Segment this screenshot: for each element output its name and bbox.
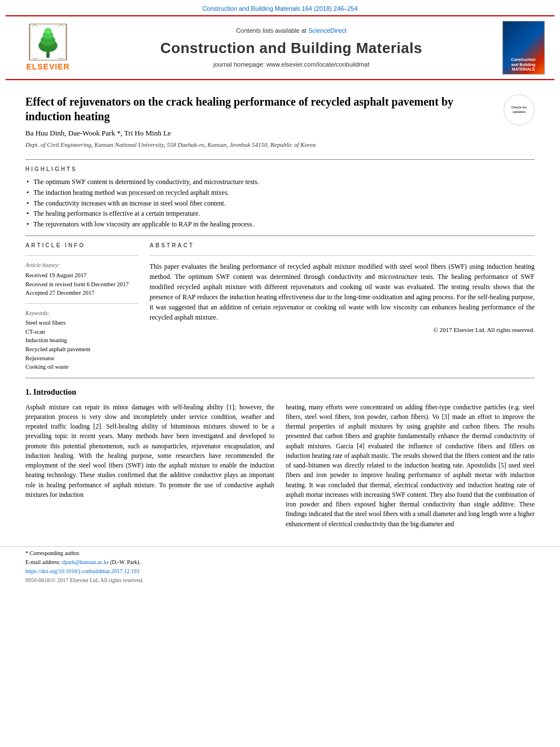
accepted-date: Accepted 27 December 2017 <box>25 289 138 298</box>
journal-citation: Construction and Building Materials 164 … <box>202 5 357 12</box>
cover-text: Construction and Building MATERIALS <box>511 58 536 72</box>
email-note: E-mail address: dpark@kunsan.ac.kr (D.-W… <box>25 558 535 566</box>
keywords-section: Keywords: Steel wool fibers CT-scan Indu… <box>25 309 138 372</box>
keywords-divider <box>25 303 138 304</box>
article-info-abstract-section: ARTICLE INFO Article history: Received 1… <box>25 242 535 372</box>
elsevier-tree-icon <box>28 24 68 60</box>
elsevier-logo: ELSEVIER <box>26 24 69 73</box>
corresponding-label: * Corresponding author. <box>25 550 80 556</box>
keywords-label: Keywords: <box>25 309 138 317</box>
svg-point-4 <box>45 28 52 34</box>
abstract-divider <box>150 255 535 256</box>
article-title-area: Effect of rejuvenators on the crack heal… <box>25 94 495 154</box>
doi-line: https://doi.org/10.1016/j.conbuildmat.20… <box>25 567 535 575</box>
keyword-6: Cooking oil waste <box>25 363 138 372</box>
check-for-updates-badge: Check for updates <box>504 94 535 125</box>
science-direct-link[interactable]: ScienceDirect <box>308 27 347 34</box>
received-date: Received 19 August 2017 <box>25 272 138 280</box>
science-direct-line: Contents lists available at ScienceDirec… <box>236 27 347 35</box>
journal-title: Construction and Building Materials <box>160 38 422 58</box>
keyword-5: Rejuvenator <box>25 355 138 363</box>
highlight-item-3: The conductivity increases with an incre… <box>25 198 535 209</box>
highlight-item-5: The rejuvenators with low viscosity are … <box>25 219 535 230</box>
keyword-4: Recycled asphalt pavement <box>25 346 138 354</box>
revised-date: Received in revised form 6 December 2017 <box>25 281 138 289</box>
journal-info-center: Contents lists available at ScienceDirec… <box>85 21 498 75</box>
highlight-item-4: The healing performance is effective at … <box>25 208 535 219</box>
intro-left-col: Asphalt mixture can repair its minor dam… <box>25 403 274 529</box>
abstract-label: ABSTRACT <box>150 242 535 250</box>
author-affiliation: Dept. of Civil Engineering, Kunsan Natio… <box>25 141 495 149</box>
highlights-divider <box>25 235 535 236</box>
issn-rights: 0950-0618/© 2017 Elsevier Ltd. All right… <box>25 576 535 584</box>
elsevier-brand-label: ELSEVIER <box>26 62 69 73</box>
homepage-prefix: journal homepage: www.elsevier.com/locat… <box>213 61 369 68</box>
intro-right-text: heating, many efforts were concentrated … <box>286 403 535 529</box>
abstract-text: This paper evaluates the healing perform… <box>150 261 535 322</box>
abstract-rights: © 2017 Elsevier Ltd. All rights reserved… <box>150 326 535 334</box>
page-footer: * Corresponding author. E-mail address: … <box>0 546 560 584</box>
keyword-3: Induction heating <box>25 337 138 345</box>
journal-header: ELSEVIER Contents lists available at Sci… <box>6 15 554 80</box>
highlights-list: The optimum SWF content is determined by… <box>25 177 535 230</box>
author-email-link[interactable]: dpark@kunsan.ac.kr <box>62 559 109 565</box>
highlight-item-1: The optimum SWF content is determined by… <box>25 177 535 187</box>
article-info-divider <box>25 255 138 256</box>
abstract-col: ABSTRACT This paper evaluates the healin… <box>150 242 535 372</box>
intro-right-col: heating, many efforts were concentrated … <box>286 403 535 529</box>
journal-cover-thumbnail: Construction and Building MATERIALS <box>502 21 545 75</box>
title-divider <box>25 159 535 160</box>
introduction-section: 1. Introduction Asphalt mixture can repa… <box>25 387 535 529</box>
highlights-section: HIGHLIGHTS The optimum SWF content is de… <box>25 165 535 230</box>
contents-available-label: Contents lists available at <box>236 27 307 34</box>
article-title: Effect of rejuvenators on the crack heal… <box>25 94 495 124</box>
abstract-section-divider <box>25 378 535 378</box>
intro-section-title: 1. Introduction <box>25 387 535 398</box>
highlights-label: HIGHLIGHTS <box>25 165 535 173</box>
article-title-section: Effect of rejuvenators on the crack heal… <box>25 94 535 154</box>
journal-cover-area: Construction and Building MATERIALS <box>498 21 549 75</box>
journal-homepage: journal homepage: www.elsevier.com/locat… <box>213 60 369 69</box>
email-label: E-mail address: <box>25 559 60 565</box>
elsevier-logo-area: ELSEVIER <box>11 21 85 75</box>
intro-left-text: Asphalt mixture can repair its minor dam… <box>25 403 274 500</box>
email-suffix: (D.-W. Park). <box>110 559 141 565</box>
keyword-1: Steel wool fibers <box>25 319 138 327</box>
article-history-label: Article history: <box>25 261 138 269</box>
doi-link[interactable]: https://doi.org/10.1016/j.conbuildmat.20… <box>25 568 139 574</box>
check-updates-label: Check for updates <box>511 106 527 115</box>
article-info-col: ARTICLE INFO Article history: Received 1… <box>25 242 138 372</box>
article-info-label: ARTICLE INFO <box>25 242 138 250</box>
keyword-2: CT-scan <box>25 328 138 337</box>
corresponding-author-note: * Corresponding author. <box>25 549 535 557</box>
main-content: Effect of rejuvenators on the crack heal… <box>0 80 560 538</box>
journal-citation-bar: Construction and Building Materials 164 … <box>0 0 560 15</box>
intro-body-columns: Asphalt mixture can repair its minor dam… <box>25 403 535 529</box>
article-authors: Ba Huu Dinh, Dae-Wook Park *, Tri Ho Min… <box>25 128 495 138</box>
highlight-item-2: The induction heating method was process… <box>25 187 535 198</box>
page-container: Construction and Building Materials 164 … <box>0 0 560 747</box>
